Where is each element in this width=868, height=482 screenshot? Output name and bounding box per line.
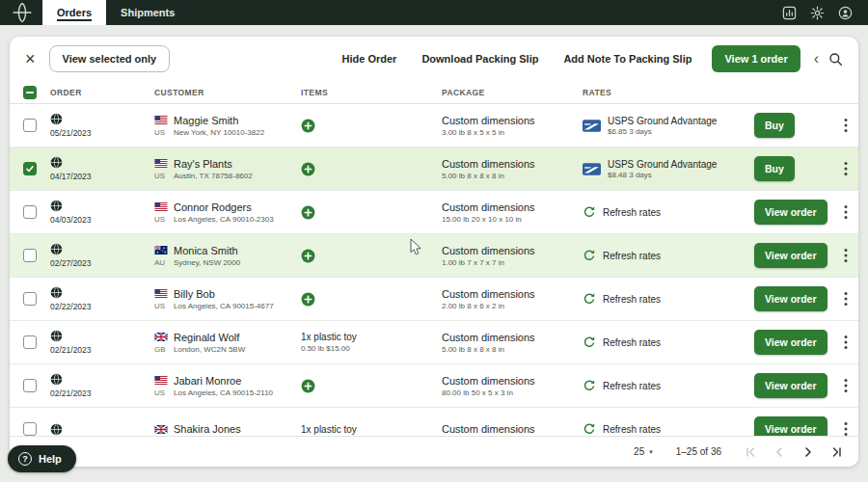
country-code: US (154, 388, 170, 397)
country-code: US (154, 128, 170, 137)
rate-name[interactable]: Refresh rates (603, 337, 661, 348)
us-flag-icon (154, 202, 168, 211)
order-date: 05/21/2023 (50, 128, 154, 138)
view-order-button[interactable]: View order (754, 286, 827, 311)
item-line: 1x plastic toy (301, 332, 442, 342)
row-checkbox[interactable] (23, 335, 37, 349)
view-order-button[interactable]: View order (754, 243, 827, 268)
rate-name[interactable]: Refresh rates (603, 381, 661, 391)
help-button[interactable]: ? Help (8, 445, 76, 472)
order-globe-icon (50, 373, 63, 386)
view-order-button[interactable]: View order (754, 330, 827, 355)
rate-name[interactable]: Refresh rates (603, 207, 661, 218)
row-menu-icon[interactable] (844, 118, 848, 133)
row-checkbox[interactable] (23, 422, 37, 436)
gb-flag-icon (154, 333, 168, 341)
package-title: Custom dimensions (442, 115, 583, 126)
add-item-icon[interactable] (301, 119, 315, 133)
refresh-icon[interactable] (583, 379, 596, 392)
order-date: 02/21/2023 (50, 388, 154, 398)
account-user-icon[interactable] (838, 6, 853, 20)
last-page-icon[interactable] (831, 446, 843, 458)
pagination-range-label: 1–25 of 36 (676, 446, 721, 457)
refresh-icon[interactable] (583, 249, 596, 262)
row-menu-icon[interactable] (844, 378, 848, 393)
page-size-select[interactable]: 25 ▾ (634, 446, 653, 457)
country-code: US (154, 172, 170, 180)
row-checkbox[interactable] (23, 119, 37, 132)
table-row: 02/21/2023 Reginald Wolf GB London, WC2N… (10, 321, 858, 364)
row-menu-icon[interactable] (844, 421, 848, 436)
hide-order-button[interactable]: Hide Order (342, 53, 397, 65)
order-date: 02/21/2023 (50, 345, 154, 355)
view-order-button[interactable]: View order (754, 416, 827, 436)
rate-detail: $8.48 3 days (608, 171, 717, 179)
tab-shipments[interactable]: Shipments (106, 0, 189, 25)
row-checkbox[interactable] (23, 292, 37, 306)
app-logo-icon (12, 2, 33, 23)
first-page-icon[interactable] (745, 446, 756, 458)
add-item-icon[interactable] (301, 292, 315, 307)
close-icon[interactable]: × (25, 50, 36, 67)
select-all-checkbox[interactable] (23, 86, 37, 99)
pagination-nav (745, 446, 843, 458)
next-page-icon[interactable] (802, 446, 814, 458)
buy-button[interactable]: Buy (754, 156, 795, 181)
rate-name[interactable]: Refresh rates (603, 251, 661, 261)
row-checkbox[interactable] (23, 379, 37, 392)
row-checkbox[interactable] (23, 205, 37, 219)
view-selected-only-button[interactable]: View selected only (49, 45, 171, 72)
prev-page-icon[interactable] (773, 446, 785, 458)
customer-address: Sydney, NSW 2000 (174, 258, 301, 267)
search-icon[interactable] (828, 52, 843, 67)
rate-name[interactable]: Refresh rates (603, 424, 661, 435)
refresh-icon[interactable] (583, 335, 596, 349)
header-package: PACKAGE (442, 88, 583, 97)
row-checkbox[interactable] (23, 249, 37, 262)
package-detail: 3.00 lb 8 x 5 x 5 in (442, 128, 583, 137)
row-checkbox[interactable] (23, 162, 37, 175)
row-menu-icon[interactable] (844, 248, 848, 263)
package-title: Custom dimensions (442, 201, 583, 213)
header-order: ORDER (50, 88, 154, 97)
add-item-icon[interactable] (301, 249, 315, 263)
row-menu-icon[interactable] (844, 291, 848, 307)
package-title: Custom dimensions (442, 288, 583, 300)
package-title: Custom dimensions (442, 245, 583, 256)
package-title: Custom dimensions (442, 423, 583, 435)
reports-icon[interactable] (782, 6, 797, 20)
order-globe-icon (50, 423, 63, 436)
download-packing-slip-button[interactable]: Download Packing Slip (421, 53, 538, 65)
add-item-icon[interactable] (301, 162, 315, 176)
package-detail: 15.00 lb 20 x 10 x 10 in (442, 215, 583, 224)
view-order-button[interactable]: View order (754, 200, 827, 225)
rate-detail: $6.85 3 days (608, 127, 717, 136)
row-menu-icon[interactable] (844, 335, 848, 350)
package-title: Custom dimensions (442, 332, 583, 343)
us-flag-icon (154, 376, 168, 385)
refresh-icon[interactable] (583, 205, 596, 219)
add-note-packing-slip-button[interactable]: Add Note To Packing Slip (563, 53, 692, 65)
rate-name[interactable]: Refresh rates (603, 294, 661, 305)
chevron-down-icon: ▾ (649, 448, 653, 456)
tab-orders[interactable]: Orders (42, 0, 106, 25)
tab-orders-label: Orders (57, 5, 92, 21)
selection-toolbar: × View selected only Hide Order Download… (10, 37, 858, 81)
refresh-icon[interactable] (583, 292, 596, 306)
refresh-icon[interactable] (583, 422, 596, 436)
usps-logo (583, 120, 601, 132)
row-menu-icon[interactable] (844, 204, 848, 220)
settings-gear-icon[interactable] (810, 6, 825, 20)
order-date: 02/22/2023 (50, 302, 154, 311)
row-menu-icon[interactable] (844, 161, 848, 176)
view-1-order-button[interactable]: View 1 order (712, 45, 800, 72)
add-item-icon[interactable] (301, 205, 315, 220)
customer-address: Austin, TX 78758-8602 (174, 172, 301, 180)
customer-name: Reginald Wolf (174, 332, 301, 343)
customer-name: Jabari Monroe (174, 375, 301, 387)
country-code: GB (154, 345, 170, 354)
add-item-icon[interactable] (301, 379, 315, 393)
buy-button[interactable]: Buy (754, 113, 795, 138)
view-order-button[interactable]: View order (754, 373, 827, 398)
chevron-left-icon[interactable]: ‹ (814, 50, 819, 67)
